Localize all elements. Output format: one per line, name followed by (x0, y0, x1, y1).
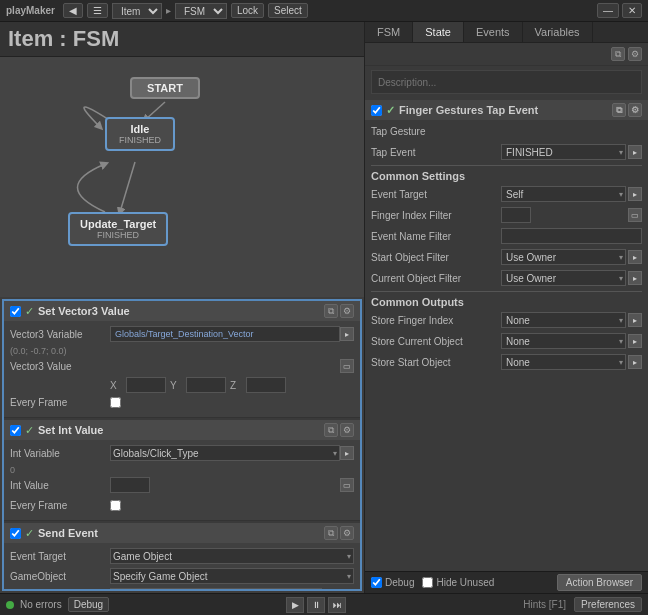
gameobject-row: GameObject Specify Game Object (10, 567, 354, 585)
vector3-value-row: Vector3 Value ▭ (10, 357, 354, 375)
event-target-row: Event Target Game Object (10, 547, 354, 565)
top-bar: playMaker ◀ ☰ Item ▸ FSM Lock Select — ✕ (0, 0, 648, 22)
section-gear-icon[interactable]: ⚙ (628, 103, 642, 117)
event-target-field-row: Event Target Self ▸ (371, 185, 642, 203)
vector3-body: Vector3 Variable Globals/Target_Destinat… (4, 321, 360, 417)
store-finger-select[interactable]: None (501, 312, 626, 328)
finger-index-input[interactable]: 0 (501, 207, 531, 223)
section-link-icon[interactable]: ⧉ (612, 103, 626, 117)
action-set-int: ✓ Set Int Value ⧉ ⚙ Int Variable Globals… (4, 420, 360, 521)
event-name-input[interactable] (501, 228, 642, 244)
current-object-select[interactable]: Use Owner (501, 270, 626, 286)
item-select[interactable]: Item (112, 3, 162, 19)
action-set-vector3: ✓ Set Vector3 Value ⧉ ⚙ Vector3 Variable… (4, 301, 360, 418)
tap-event-row: Tap Event FINISHED ▸ (371, 143, 642, 161)
store-finger-row: Store Finger Index None ▸ (371, 311, 642, 329)
start-object-expand[interactable]: ▸ (628, 250, 642, 264)
tab-events[interactable]: Events (464, 22, 523, 42)
action-header-send-event[interactable]: ✓ Send Event ⧉ ⚙ (4, 523, 360, 543)
vector3-everyframe-row: Every Frame (10, 393, 354, 411)
tap-event-expand-btn[interactable]: ▸ (628, 145, 642, 159)
step-btn[interactable]: ⏭ (328, 597, 346, 613)
send-event-body: Event Target Game Object GameObject Spec… (4, 543, 360, 591)
minimize-btn[interactable]: — (597, 3, 619, 18)
right-event-target-expand[interactable]: ▸ (628, 187, 642, 201)
send-event-gear-icon[interactable]: ⚙ (340, 526, 354, 540)
start-object-select[interactable]: Use Owner (501, 249, 626, 265)
hints-text: Hints [F1] (523, 599, 566, 610)
bottom-left: No errors Debug (6, 597, 109, 612)
state-link-icon[interactable]: ⧉ (611, 47, 625, 61)
int-variable-select[interactable]: Globals/Click_Type (110, 445, 340, 461)
send-event-link-icon[interactable]: ⧉ (324, 526, 338, 540)
event-target-select[interactable]: Game Object (110, 548, 354, 564)
vector3-enabled-checkbox[interactable] (10, 306, 21, 317)
state-name-row: Idle ⧉ ⚙ (365, 43, 648, 66)
hero-input[interactable]: Hero (110, 588, 322, 591)
vector3-y-input[interactable]: -0.7 (186, 377, 226, 393)
vector3-everyframe-checkbox[interactable] (110, 397, 121, 408)
debug-btn[interactable]: Debug (68, 597, 109, 612)
int-expand-btn[interactable]: ▸ (340, 446, 354, 460)
lock-btn[interactable]: Lock (231, 3, 264, 18)
vector3-gear-icon[interactable]: ⚙ (340, 304, 354, 318)
fsm-canvas[interactable]: START Idle FINISHED Update_Target FINISH… (0, 57, 364, 297)
store-current-expand[interactable]: ▸ (628, 334, 642, 348)
action-header-int[interactable]: ✓ Set Int Value ⧉ ⚙ (4, 420, 360, 440)
hide-unused-checkbox[interactable] (422, 577, 433, 588)
action-browser-btn[interactable]: Action Browser (557, 574, 642, 591)
store-finger-expand[interactable]: ▸ (628, 313, 642, 327)
play-btn[interactable]: ▶ (286, 597, 304, 613)
fsm-select[interactable]: FSM (175, 3, 227, 19)
action-header-vector3[interactable]: ✓ Set Vector3 Value ⧉ ⚙ (4, 301, 360, 321)
state-name-input[interactable]: Idle (371, 48, 471, 60)
pause-btn[interactable]: ⏸ (307, 597, 325, 613)
bottom-right: Hints [F1] Preferences (523, 597, 642, 612)
int-value-input[interactable]: 1 (110, 477, 150, 493)
tab-state[interactable]: State (413, 22, 464, 42)
int-enabled-checkbox[interactable] (10, 425, 21, 436)
playback-controls: ▶ ⏸ ⏭ (286, 597, 346, 613)
vector3-link-icon[interactable]: ⧉ (324, 304, 338, 318)
nav-menu-btn[interactable]: ☰ (87, 3, 108, 18)
int-body: Int Variable Globals/Click_Type ▸ 0 Int … (4, 440, 360, 520)
right-event-target-select[interactable]: Self (501, 186, 626, 202)
tap-event-select[interactable]: FINISHED (501, 144, 626, 160)
update-node[interactable]: Update_Target FINISHED (68, 212, 168, 246)
idle-node[interactable]: Idle FINISHED (105, 117, 175, 151)
vector3-expand-btn[interactable]: ▸ (340, 327, 354, 341)
nav-back-btn[interactable]: ◀ (63, 3, 83, 18)
event-name-row: Event Name Filter (371, 227, 642, 245)
store-current-select[interactable]: None (501, 333, 626, 349)
status-text: No errors (20, 599, 62, 610)
hero-expand-btn[interactable]: ▭ (340, 589, 354, 591)
close-btn[interactable]: ✕ (622, 3, 642, 18)
start-object-row: Start Object Filter Use Owner ▸ (371, 248, 642, 266)
int-everyframe-checkbox[interactable] (110, 500, 121, 511)
state-gear-icon[interactable]: ⚙ (628, 47, 642, 61)
vector3-value-expand-btn[interactable]: ▭ (340, 359, 354, 373)
section-enabled-checkbox[interactable] (371, 105, 382, 116)
vector3-variable-value[interactable]: Globals/Target_Destination_Vector (110, 326, 340, 342)
app-logo: playMaker (6, 5, 55, 16)
int-gear-icon[interactable]: ⚙ (340, 423, 354, 437)
current-object-expand[interactable]: ▸ (628, 271, 642, 285)
store-start-expand[interactable]: ▸ (628, 355, 642, 369)
start-node[interactable]: START (130, 77, 200, 99)
send-event-enabled-checkbox[interactable] (10, 528, 21, 539)
preferences-btn[interactable]: Preferences (574, 597, 642, 612)
divider-1 (371, 165, 642, 166)
int-value-expand-btn[interactable]: ▭ (340, 478, 354, 492)
description-input[interactable] (371, 70, 642, 94)
tab-variables[interactable]: Variables (523, 22, 593, 42)
vector3-x-input[interactable]: 0.5 (126, 377, 166, 393)
gameobject-select[interactable]: Specify Game Object (110, 568, 354, 584)
debug-checkbox[interactable] (371, 577, 382, 588)
hero-circle-btn[interactable]: ○ (324, 589, 338, 591)
vector3-z-input[interactable]: 0 (246, 377, 286, 393)
tab-fsm[interactable]: FSM (365, 22, 413, 42)
finger-index-expand[interactable]: ▭ (628, 208, 642, 222)
select-btn[interactable]: Select (268, 3, 308, 18)
store-start-select[interactable]: None (501, 354, 626, 370)
int-link-icon[interactable]: ⧉ (324, 423, 338, 437)
